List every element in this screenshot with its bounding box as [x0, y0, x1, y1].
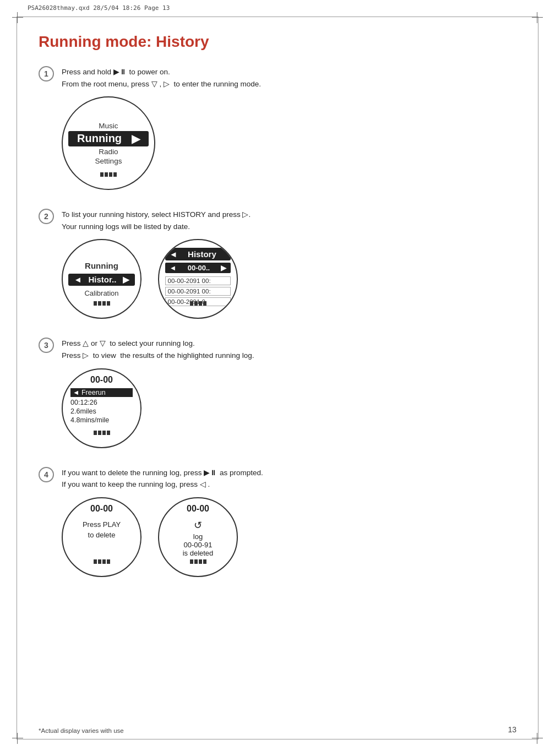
- delete-confirm-title: 00-00: [90, 504, 113, 514]
- delete-line2: to delete: [83, 530, 121, 541]
- crosshair-bl: [12, 733, 23, 744]
- step-4-text: If you want to delete the running log, p…: [62, 467, 263, 491]
- footnote: *Actual display varies with use: [39, 727, 124, 734]
- b3-c1: [94, 431, 97, 435]
- menu-running-label: Running: [77, 132, 122, 145]
- history-title-label: History: [188, 249, 216, 259]
- menu-running-arrow: ▶: [132, 132, 140, 145]
- deleted-content: ↺ log 00-00-91 is deleted: [183, 519, 214, 557]
- deleted-log-id: 00-00-91: [183, 541, 212, 549]
- page-footer: *Actual display varies with use 13: [39, 725, 516, 734]
- border-bottom: [17, 739, 538, 739]
- history-selected-item: ◄ 00-00.. ▶: [165, 263, 231, 273]
- step-3-figures: 00-00 ◄ Freerun 00:12:26 2.6miles 4.8min…: [62, 368, 254, 448]
- device-deleted-confirm: 00-00 ↺ log 00-00-91 is deleted: [158, 497, 238, 577]
- deleted-title: 00-00: [187, 504, 209, 514]
- battery-2b: [190, 301, 206, 306]
- menu-item-music: Music: [68, 122, 149, 130]
- log-title: 00-00: [90, 375, 113, 385]
- b4a-c1: [94, 559, 97, 564]
- b4b-c4: [203, 559, 206, 564]
- log-row-time: 00:12:26: [70, 399, 133, 406]
- step-2: 2 To list your running history, select H…: [39, 209, 516, 322]
- b4a-c2: [98, 559, 101, 564]
- deleted-spinner-icon: ↺: [194, 519, 202, 531]
- battery-cell-4: [113, 172, 117, 177]
- menu-item-radio: Radio: [68, 148, 149, 156]
- device-history-list: ◄ History ◄ 00-00.. ▶ 00-00-2091 00: 00-…: [158, 239, 238, 319]
- hist-item-2: 00-00-2091 00:: [165, 287, 231, 296]
- battery-4b: [190, 559, 206, 564]
- page-title: Running mode: History: [39, 33, 516, 51]
- running-label: Running: [68, 261, 135, 270]
- border-left: [17, 17, 17, 739]
- device-running-submenu: Running ◄ Histor.. ▶ Calibration: [62, 239, 142, 319]
- step-3-line2: Press ▷ to view the results of the highl…: [62, 350, 254, 362]
- crosshair-tr: [532, 12, 543, 23]
- crosshair-br: [532, 733, 543, 744]
- step-number-4: 4: [39, 467, 54, 482]
- history-screen: ◄ History ◄ 00-00.. ▶ 00-00-2091 00: 00-…: [159, 240, 237, 318]
- step-1-line1: Press and hold ▶⏸ to power on.: [62, 66, 261, 78]
- hist-item-1: 00-00-2091 00:: [165, 276, 231, 285]
- b2b-c3: [199, 301, 202, 306]
- b2a-c4: [107, 301, 110, 306]
- border-top: [17, 17, 538, 17]
- deleted-status: is deleted: [183, 549, 214, 557]
- b3-c2: [98, 431, 101, 435]
- hist-sel-arrow: ◄: [170, 264, 177, 272]
- b4b-c3: [199, 559, 202, 564]
- step-2-line2: Your running logs will be listed by date…: [62, 221, 251, 233]
- b4b-c1: [190, 559, 193, 564]
- step-4-figures: 00-00 Press PLAY to delete: [62, 497, 263, 577]
- step-4: 4 If you want to delete the running log,…: [39, 467, 516, 580]
- b3-c4: [107, 431, 110, 435]
- device-root-menu: Music Running ▶ Radio Settings: [62, 96, 155, 190]
- deleted-confirm-screen: 00-00 ↺ log 00-00-91 is deleted: [159, 498, 237, 576]
- crosshair-tl: [12, 12, 23, 23]
- step-1-text: Press and hold ▶⏸ to power on. From the …: [62, 66, 261, 90]
- delete-line1: Press PLAY: [83, 519, 121, 530]
- step-2-figures: Running ◄ Histor.. ▶ Calibration: [62, 239, 251, 319]
- battery-3: [94, 431, 110, 435]
- root-menu-list: Music Running ▶ Radio Settings: [63, 122, 154, 165]
- log-row-pace: 4.8mins/mile: [70, 416, 133, 424]
- calibration-label: Calibration: [68, 289, 135, 297]
- log-row-miles: 2.6miles: [70, 407, 133, 415]
- log-row-freerun: ◄ Freerun: [70, 388, 133, 397]
- histor-label: Histor..: [89, 275, 117, 284]
- step-2-text: To list your running history, select HIS…: [62, 209, 251, 232]
- history-title-bar: ◄ History: [165, 248, 231, 260]
- page-number: 13: [508, 725, 516, 734]
- step-number-3: 3: [39, 338, 54, 353]
- battery-cell-1: [100, 172, 104, 177]
- step-3-content: Press △ or ▽ to select your running log.…: [62, 338, 254, 451]
- battery-cell-3: [109, 172, 112, 177]
- b2b-c2: [194, 301, 198, 306]
- step-number-1: 1: [39, 66, 54, 81]
- running-submenu-list: Running ◄ Histor.. ▶ Calibration: [63, 261, 140, 297]
- menu-item-running-selected: Running ▶: [68, 131, 149, 146]
- delete-confirm-text: Press PLAY to delete: [83, 519, 121, 541]
- b2a-c1: [94, 301, 97, 306]
- step-4-line2: If you want to keep the running log, pre…: [62, 478, 263, 491]
- step-3: 3 Press △ or ▽ to select your running lo…: [39, 338, 516, 451]
- step-4-content: If you want to delete the running log, p…: [62, 467, 263, 580]
- b2a-c2: [98, 301, 101, 306]
- device-delete-confirm: 00-00 Press PLAY to delete: [62, 497, 142, 577]
- menu-item-settings: Settings: [68, 157, 149, 165]
- histor-arrow-right: ▶: [123, 275, 129, 285]
- b3-c3: [102, 431, 106, 435]
- step-1-figures: Music Running ▶ Radio Settings: [62, 96, 261, 190]
- main-content: Running mode: History 1 Press and hold ▶…: [39, 33, 516, 596]
- b2b-c4: [203, 301, 206, 306]
- b2b-c1: [190, 301, 193, 306]
- battery-cell-2: [105, 172, 108, 177]
- step-1: 1 Press and hold ▶⏸ to power on. From th…: [39, 66, 516, 193]
- b4b-c2: [194, 559, 198, 564]
- hist-sel-arrow2: ▶: [221, 264, 226, 272]
- file-header: PSA26028thmay.qxd 28/5/04 18:26 Page 13: [28, 4, 170, 12]
- step-3-line1: Press △ or ▽ to select your running log.: [62, 338, 254, 350]
- battery-4a: [94, 559, 110, 564]
- battery-2a: [94, 301, 110, 306]
